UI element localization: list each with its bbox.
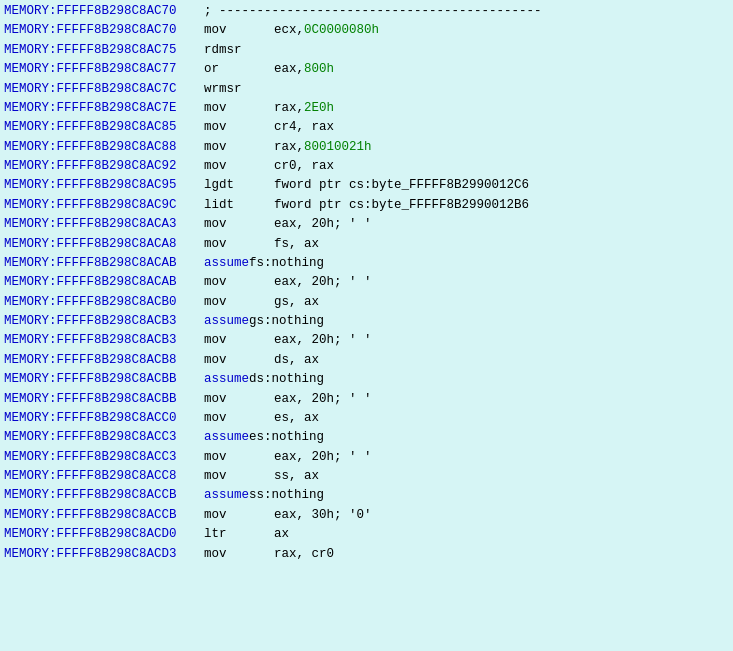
mnemonic: mov [204, 157, 274, 176]
operand: eax, 20h [274, 331, 334, 350]
table-row: MEMORY:FFFFF8B298C8ACC3assume es:nothing [4, 428, 729, 447]
assume-reg: ss: [249, 486, 272, 505]
address: MEMORY:FFFFF8B298C8ACD0 [4, 525, 204, 544]
mnemonic: mov [204, 331, 274, 350]
assume-reg: es: [249, 428, 272, 447]
assume-keyword: assume [204, 312, 249, 331]
table-row: MEMORY:FFFFF8B298C8ACB0movgs, ax [4, 293, 729, 312]
operand: eax, 20h [274, 390, 334, 409]
assume-reg: ds: [249, 370, 272, 389]
address: MEMORY:FFFFF8B298C8ACC8 [4, 467, 204, 486]
table-row: MEMORY:FFFFF8B298C8ACB3assume gs:nothing [4, 312, 729, 331]
mnemonic: mov [204, 409, 274, 428]
table-row: MEMORY:FFFFF8B298C8ACBBmoveax, 20h ; ' ' [4, 390, 729, 409]
mnemonic: mov [204, 118, 274, 137]
address: MEMORY:FFFFF8B298C8AC70 [4, 21, 204, 40]
operand: gs, ax [274, 293, 319, 312]
mnemonic: mov [204, 467, 274, 486]
mnemonic: mov [204, 21, 274, 40]
mnemonic: mov [204, 273, 274, 292]
address: MEMORY:FFFFF8B298C8AC92 [4, 157, 204, 176]
table-row: MEMORY:FFFFF8B298C8ACA8movfs, ax [4, 235, 729, 254]
operand: cr4, rax [274, 118, 334, 137]
table-row: MEMORY:FFFFF8B298C8AC85movcr4, rax [4, 118, 729, 137]
operand: ecx, [274, 21, 304, 40]
mnemonic: mov [204, 390, 274, 409]
table-row: MEMORY:FFFFF8B298C8ACD0ltrax [4, 525, 729, 544]
operand: cr0, rax [274, 157, 334, 176]
address: MEMORY:FFFFF8B298C8AC95 [4, 176, 204, 195]
mnemonic: mov [204, 545, 274, 564]
assume-keyword: assume [204, 428, 249, 447]
mnemonic: ltr [204, 525, 274, 544]
table-row: MEMORY:FFFFF8B298C8ACCBmoveax, 30h ; '0' [4, 506, 729, 525]
address: MEMORY:FFFFF8B298C8ACCB [4, 486, 204, 505]
address: MEMORY:FFFFF8B298C8ACBB [4, 370, 204, 389]
mnemonic: or [204, 60, 274, 79]
table-row: MEMORY:FFFFF8B298C8AC77oreax, 800h [4, 60, 729, 79]
operand: fs, ax [274, 235, 319, 254]
address: MEMORY:FFFFF8B298C8ACC0 [4, 409, 204, 428]
assume-reg: fs: [249, 254, 272, 273]
mnemonic: wrmsr [204, 80, 274, 99]
operand: eax, 30h [274, 506, 334, 525]
address: MEMORY:FFFFF8B298C8ACA8 [4, 235, 204, 254]
operand: rax, [274, 138, 304, 157]
mnemonic: mov [204, 351, 274, 370]
table-row: MEMORY:FFFFF8B298C8ACBBassume ds:nothing [4, 370, 729, 389]
comment: ; ' ' [334, 390, 372, 409]
table-row: MEMORY:FFFFF8B298C8ACA3moveax, 20h ; ' ' [4, 215, 729, 234]
operand: ds, ax [274, 351, 319, 370]
address: MEMORY:FFFFF8B298C8ACBB [4, 390, 204, 409]
assume-keyword: assume [204, 486, 249, 505]
address: MEMORY:FFFFF8B298C8ACC3 [4, 428, 204, 447]
mnemonic: lgdt [204, 176, 274, 195]
address: MEMORY:FFFFF8B298C8ACCB [4, 506, 204, 525]
address: MEMORY:FFFFF8B298C8AC9C [4, 196, 204, 215]
assume-value: nothing [272, 486, 325, 505]
address: MEMORY:FFFFF8B298C8AC75 [4, 41, 204, 60]
mnemonic: mov [204, 138, 274, 157]
comment: ; ' ' [334, 331, 372, 350]
assume-value: nothing [272, 428, 325, 447]
address: MEMORY:FFFFF8B298C8ACB0 [4, 293, 204, 312]
mnemonic: mov [204, 215, 274, 234]
mnemonic: mov [204, 293, 274, 312]
assume-value: nothing [272, 254, 325, 273]
comment: ; '0' [334, 506, 372, 525]
table-row: MEMORY:FFFFF8B298C8AC9Clidtfword ptr cs:… [4, 196, 729, 215]
operand-value: 80010021h [304, 138, 372, 157]
address: MEMORY:FFFFF8B298C8ACC3 [4, 448, 204, 467]
address: MEMORY:FFFFF8B298C8ACAB [4, 273, 204, 292]
table-row: MEMORY:FFFFF8B298C8ACC0moves, ax [4, 409, 729, 428]
table-row: MEMORY:FFFFF8B298C8ACC8movss, ax [4, 467, 729, 486]
table-row: MEMORY:FFFFF8B298C8AC7Cwrmsr [4, 80, 729, 99]
address: MEMORY:FFFFF8B298C8AC85 [4, 118, 204, 137]
table-row: MEMORY:FFFFF8B298C8ACB8movds, ax [4, 351, 729, 370]
comment: ; ' ' [334, 448, 372, 467]
assume-keyword: assume [204, 254, 249, 273]
table-row: MEMORY:FFFFF8B298C8ACB3moveax, 20h ; ' ' [4, 331, 729, 350]
table-row: MEMORY:FFFFF8B298C8ACD3movrax, cr0 [4, 545, 729, 564]
assume-reg: gs: [249, 312, 272, 331]
table-row: MEMORY:FFFFF8B298C8AC75rdmsr [4, 41, 729, 60]
address: MEMORY:FFFFF8B298C8ACB3 [4, 331, 204, 350]
operand: fword ptr cs:byte_FFFFF8B2990012C6 [274, 176, 529, 195]
table-row: MEMORY:FFFFF8B298C8AC92movcr0, rax [4, 157, 729, 176]
address: MEMORY:FFFFF8B298C8AC77 [4, 60, 204, 79]
address: MEMORY:FFFFF8B298C8ACB8 [4, 351, 204, 370]
operand-value: 2E0h [304, 99, 334, 118]
mnemonic: mov [204, 506, 274, 525]
address: MEMORY:FFFFF8B298C8AC88 [4, 138, 204, 157]
operand-value: 800h [304, 60, 334, 79]
address: MEMORY:FFFFF8B298C8AC70 [4, 2, 204, 21]
operand: eax, [274, 60, 304, 79]
mnemonic: lidt [204, 196, 274, 215]
operand: fword ptr cs:byte_FFFFF8B2990012B6 [274, 196, 529, 215]
operand: es, ax [274, 409, 319, 428]
table-row: MEMORY:FFFFF8B298C8ACC3moveax, 20h ; ' ' [4, 448, 729, 467]
operand: rax, [274, 99, 304, 118]
address: MEMORY:FFFFF8B298C8ACA3 [4, 215, 204, 234]
comment: ; ' ' [334, 215, 372, 234]
operand-value: 0C0000080h [304, 21, 379, 40]
